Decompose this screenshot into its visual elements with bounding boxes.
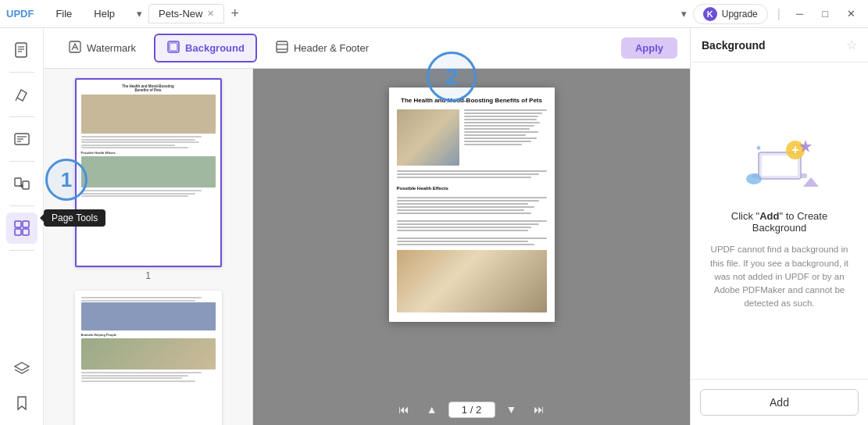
thumbnail-image-1[interactable]: The Health and Mood-BoostingBenefits of … [75, 78, 222, 267]
thumbnail-item-2[interactable]: Animals Helping People 2 [53, 291, 243, 425]
sidebar-icon-edit[interactable] [6, 123, 38, 155]
star-button[interactable]: ☆ [846, 38, 857, 52]
illustration: + [737, 130, 823, 201]
pdf-page-title: The Health and Mood-Boosting Benefits of… [397, 97, 547, 105]
upgrade-button[interactable]: K Upgrade [693, 4, 768, 24]
sidebar-icon-layers[interactable] [6, 353, 38, 384]
sidebar-divider-2 [9, 116, 34, 117]
svg-rect-9 [15, 178, 21, 186]
background-icon [166, 40, 180, 56]
sidebar-divider-5 [9, 250, 34, 251]
first-page-button[interactable]: ⏮ [392, 400, 416, 419]
add-click-title: Click "Add" to Create Background [703, 210, 855, 234]
apply-button[interactable]: Apply [621, 38, 677, 59]
sidebar-icon-page-tools[interactable] [6, 212, 38, 244]
add-background-button[interactable]: Add [700, 389, 859, 416]
maximize-button[interactable]: □ [816, 5, 834, 23]
right-panel-header: Background ☆ [691, 28, 868, 62]
tab-dropdown[interactable]: ▾ [130, 8, 148, 20]
sidebar-icon-convert[interactable] [6, 168, 38, 199]
svg-rect-14 [23, 229, 29, 235]
toolbar: Watermark Background Header & Footer App… [44, 28, 690, 69]
svg-rect-19 [277, 41, 288, 52]
page-tools-tooltip: Page Tools [44, 209, 105, 227]
thumbnail-image-2[interactable]: Animals Helping People [75, 291, 222, 425]
upgrade-label: Upgrade [722, 9, 758, 20]
pdf-image-row [397, 109, 547, 166]
pdf-section-title: Possible Health Effects [397, 186, 547, 191]
watermark-icon [68, 40, 82, 56]
svg-line-4 [16, 98, 17, 101]
header-footer-button[interactable]: Header & Footer [263, 34, 380, 62]
main-area: Page Tools Watermark Background [0, 28, 868, 425]
svg-rect-10 [23, 181, 29, 189]
header-footer-label: Header & Footer [294, 42, 369, 54]
sidebar-icon-bookmark[interactable] [6, 388, 38, 419]
svg-point-29 [746, 173, 762, 184]
sidebar-icon-highlight[interactable] [6, 79, 38, 110]
page-navigation: ⏮ ▲ 1 / 2 ▼ ⏭ [253, 394, 690, 425]
center-area: The Health and Mood-BoostingBenefits of … [44, 69, 690, 425]
app-logo: UPDF [6, 8, 34, 20]
illustration-svg: + [737, 130, 823, 201]
sidebar-icon-document[interactable] [6, 34, 38, 66]
pdf-text-column [464, 109, 547, 166]
prev-page-button[interactable]: ▲ [420, 400, 444, 419]
watermark-label: Watermark [87, 42, 136, 54]
tabs-dropdown[interactable]: ▾ [675, 8, 693, 20]
add-click-description: UPDF cannot find a background in this fi… [703, 243, 855, 310]
background-label: Background [185, 42, 245, 54]
right-panel-title: Background [702, 39, 766, 52]
tab-label: Pets-New [159, 8, 202, 20]
svg-marker-28 [755, 145, 761, 151]
sidebar-divider-1 [9, 72, 34, 73]
new-tab-button[interactable]: + [224, 5, 245, 22]
pdf-preview-container: The Health and Mood-Boosting Benefits of… [253, 69, 690, 425]
user-avatar: K [703, 7, 717, 21]
window-controls: K Upgrade | ─ □ ✕ [693, 4, 862, 24]
svg-marker-30 [803, 177, 819, 187]
right-panel-footer: Add [691, 379, 868, 425]
sidebar-divider-3 [9, 161, 34, 162]
tab-pets-new[interactable]: Pets-New ✕ [148, 4, 224, 23]
next-page-button[interactable]: ▼ [500, 400, 523, 419]
pdf-cat-image [397, 109, 459, 166]
right-panel-body: + Click "Add" to Create Background UPDF … [691, 62, 868, 379]
header-footer-icon [275, 40, 289, 56]
minimize-button[interactable]: ─ [790, 5, 809, 23]
background-button[interactable]: Background [154, 34, 257, 62]
nav-menu: File Help [46, 5, 124, 23]
watermark-button[interactable]: Watermark [56, 34, 148, 62]
thumbnail-label-1: 1 [145, 270, 151, 281]
content-area: Watermark Background Header & Footer App… [44, 28, 690, 425]
svg-rect-11 [15, 221, 21, 227]
svg-text:+: + [791, 143, 798, 156]
right-panel: Background ☆ + [690, 28, 868, 425]
svg-rect-13 [15, 229, 21, 235]
tab-close-button[interactable]: ✕ [207, 9, 214, 19]
last-page-button[interactable]: ⏭ [527, 400, 551, 419]
svg-rect-12 [23, 221, 29, 227]
pdf-preview-area: The Health and Mood-Boosting Benefits of… [253, 69, 690, 394]
pdf-dog-image [397, 250, 547, 312]
svg-rect-0 [16, 43, 27, 57]
tab-bar: ▾ Pets-New ✕ + [130, 4, 245, 23]
close-button[interactable]: ✕ [841, 5, 862, 23]
left-sidebar: Page Tools [0, 28, 44, 425]
thumbnail-panel: The Health and Mood-BoostingBenefits of … [44, 69, 253, 425]
file-menu[interactable]: File [46, 5, 81, 23]
title-bar: UPDF File Help ▾ Pets-New ✕ + ▾ K Upgrad… [0, 0, 868, 28]
thumbnail-item-1[interactable]: The Health and Mood-BoostingBenefits of … [53, 78, 243, 281]
page-indicator[interactable]: 1 / 2 [448, 402, 495, 418]
pdf-page: The Health and Mood-Boosting Benefits of… [389, 88, 555, 322]
help-menu[interactable]: Help [84, 5, 124, 23]
sidebar-divider-4 [9, 205, 34, 206]
